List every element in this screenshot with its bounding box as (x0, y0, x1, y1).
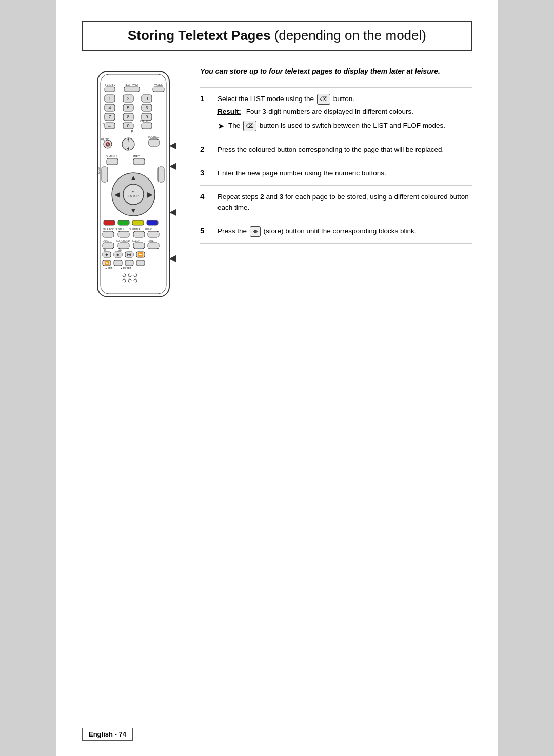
step-content-1: Select the LIST mode using the ⌫ button.… (215, 88, 472, 138)
svg-text:MODE: MODE (154, 83, 163, 86)
svg-text:▲: ▲ (127, 137, 130, 141)
svg-text:SLEEP: SLEEP (132, 240, 140, 242)
svg-text:ENTER: ENTER (128, 194, 139, 198)
steps-table: 1 Select the LIST mode using the ⌫ butto… (200, 87, 472, 244)
svg-rect-71 (148, 231, 159, 237)
svg-rect-68 (103, 231, 114, 237)
step-num-1: 1 (200, 88, 215, 138)
svg-text:● SET: ● SET (105, 267, 112, 270)
svg-rect-60 (104, 220, 115, 225)
step-content-5: Press the ⌯ (store) button until the cor… (215, 220, 472, 244)
svg-text:▼: ▼ (130, 206, 137, 214)
step-content-4: Repeat steps 2 and 3 for each page to be… (215, 186, 472, 220)
svg-text:P: P (131, 130, 133, 133)
svg-text:SUBTITLE: SUBTITLE (129, 228, 141, 231)
svg-text:CH LIST: CH LIST (140, 120, 150, 123)
footer-label: English - 74 (89, 730, 126, 738)
step-row-5: 5 Press the ⌯ (store) button until the c… (200, 220, 472, 244)
step-main-1: Select the LIST mode using the ⌫ button. (217, 94, 472, 105)
svg-rect-61 (118, 220, 129, 225)
svg-rect-62 (132, 220, 144, 225)
svg-rect-32 (142, 123, 152, 129)
svg-text:⏩: ⏩ (138, 252, 143, 257)
svg-rect-45 (107, 158, 118, 165)
page-footer: English - 74 (82, 728, 133, 741)
step-row-4: 4 Repeat steps 2 and 3 for each page to … (200, 186, 472, 220)
step-content-3: Enter the new page number using the nume… (215, 162, 472, 186)
svg-text:SOURCE: SOURCE (148, 135, 159, 138)
svg-text:⏪: ⏪ (105, 261, 109, 265)
svg-text:3: 3 (145, 96, 148, 101)
svg-text:0: 0 (127, 123, 129, 128)
svg-text:▶: ▶ (147, 190, 153, 198)
svg-text:1: 1 (108, 96, 111, 101)
step-num-5: 5 (200, 220, 215, 244)
result-label-1: Result: (217, 107, 241, 117)
svg-rect-70 (133, 231, 145, 237)
step-num-3: 3 (200, 162, 215, 186)
svg-text:SELF FOCUS: SELF FOCUS (103, 228, 117, 231)
svg-text:◀: ◀ (169, 161, 176, 171)
svg-text:STILL: STILL (118, 228, 125, 231)
svg-text:7: 7 (108, 114, 111, 120)
svg-text:2: 2 (127, 96, 129, 101)
list-btn-icon: ⌫ (317, 94, 330, 105)
svg-text:■: ■ (117, 252, 120, 257)
svg-text:⏮: ⏮ (105, 252, 109, 257)
svg-text:◀: ◀ (169, 140, 176, 150)
svg-rect-93 (125, 260, 133, 266)
step-tip-1: ➤ The ⌫ button is used to switch between… (217, 121, 472, 132)
svg-text:8: 8 (127, 114, 129, 120)
remote-svg: TV/DTV TEXT/MIX MODE 1 2 3 (87, 66, 180, 312)
svg-text:TV/DTV: TV/DTV (105, 83, 115, 86)
svg-rect-49 (102, 167, 108, 182)
svg-text:PRE-CH: PRE-CH (145, 228, 153, 231)
svg-text:-/-: -/- (108, 124, 112, 128)
step-content-2: Press the coloured button corresponding … (215, 138, 472, 162)
step-main-2: Press the coloured button corresponding … (217, 146, 444, 153)
svg-rect-94 (136, 260, 145, 266)
instructions-col: You can store up to four teletext pages … (200, 66, 472, 314)
intro-text: You can store up to four teletext pages … (200, 66, 472, 77)
page: Storing Teletext Pages (depending on the… (56, 0, 498, 756)
svg-rect-51 (158, 167, 164, 182)
svg-text:↵: ↵ (132, 190, 135, 193)
step-row-2: 2 Press the coloured button correspondin… (200, 138, 472, 162)
remote-wrapper: TV/DTV TEXT/MIX MODE 1 2 3 (87, 66, 180, 314)
svg-text:5: 5 (127, 105, 129, 110)
svg-text:MENU: MENU (97, 166, 101, 174)
svg-rect-79 (148, 243, 159, 249)
svg-text:▲: ▲ (130, 173, 137, 182)
tip-arrow-1: ➤ (217, 121, 224, 132)
svg-text:INFO: INFO (133, 155, 141, 158)
svg-text:DUAL: DUAL (103, 240, 109, 242)
svg-rect-78 (133, 243, 145, 249)
svg-rect-5 (105, 87, 115, 92)
svg-rect-69 (118, 231, 129, 237)
svg-rect-47 (133, 158, 145, 165)
svg-text:◀: ◀ (169, 207, 176, 217)
svg-rect-63 (147, 220, 158, 225)
content-area: TV/DTV TEXT/MIX MODE 1 2 3 (82, 66, 472, 314)
svg-text:SURROUND: SURROUND (116, 240, 130, 242)
svg-text:4: 4 (108, 105, 111, 110)
remote-col: TV/DTV TEXT/MIX MODE 1 2 3 (82, 66, 185, 314)
svg-text:▼: ▼ (127, 147, 130, 151)
list-btn-icon-tip: ⌫ (243, 121, 256, 131)
svg-text:P.SIZE: P.SIZE (147, 240, 154, 242)
step-result-1: Result: Four 3-digit numbers are display… (217, 107, 472, 117)
step-row-1: 1 Select the LIST mode using the ⌫ butto… (200, 88, 472, 138)
svg-text:● RESET: ● RESET (121, 267, 131, 270)
svg-rect-43 (149, 139, 159, 146)
svg-text:⏭: ⏭ (127, 252, 131, 257)
svg-text:I-II: I-II (103, 248, 106, 251)
svg-text:DC: DC (118, 248, 122, 251)
svg-text:9: 9 (145, 114, 148, 120)
step-num-4: 4 (200, 186, 215, 220)
svg-text:D.MENU: D.MENU (106, 155, 117, 158)
page-title: Storing Teletext Pages (depending on the… (95, 28, 459, 44)
title-box: Storing Teletext Pages (depending on the… (82, 21, 472, 51)
step-num-2: 2 (200, 138, 215, 162)
svg-rect-7 (153, 87, 164, 92)
svg-text:6: 6 (145, 105, 148, 110)
